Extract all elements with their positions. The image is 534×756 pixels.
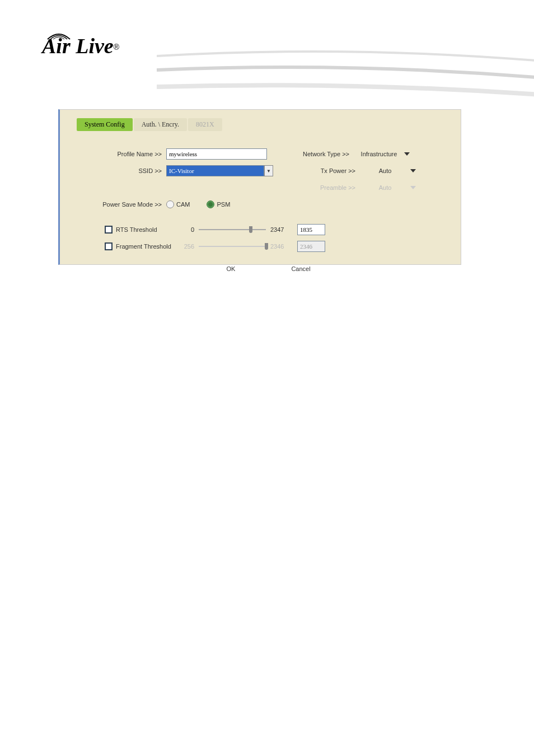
fragment-max: 2346 xyxy=(270,243,293,250)
cam-radio-label: CAM xyxy=(176,201,190,208)
network-type-label: Network Type >> xyxy=(295,151,354,157)
cam-radio[interactable] xyxy=(166,200,174,208)
ssid-input[interactable] xyxy=(166,165,264,176)
tab-8021x[interactable]: 8021X xyxy=(188,118,222,131)
chevron-down-icon[interactable] xyxy=(410,169,416,172)
wifi-arc-icon xyxy=(45,29,73,40)
ssid-dropdown-button[interactable]: ▼ xyxy=(264,165,273,176)
rts-checkbox[interactable] xyxy=(105,226,113,234)
profile-name-label: Profile Name >> xyxy=(93,151,166,157)
cancel-button[interactable]: Cancel xyxy=(280,264,322,274)
config-panel: System Config Auth. \ Encry. 8021X Profi… xyxy=(58,109,461,265)
psm-radio[interactable] xyxy=(207,200,214,208)
tx-power-label: Tx Power >> xyxy=(301,167,360,174)
tab-system-config[interactable]: System Config xyxy=(77,118,133,131)
fragment-slider xyxy=(199,246,266,247)
tab-auth-encry[interactable]: Auth. \ Encry. xyxy=(134,118,187,131)
tx-power-value: Auto xyxy=(360,167,410,174)
ok-button[interactable]: OK xyxy=(210,264,252,274)
preamble-label: Preamble >> xyxy=(301,184,360,191)
chevron-down-icon[interactable] xyxy=(404,152,410,156)
chevron-down-icon xyxy=(410,186,416,189)
profile-name-input[interactable] xyxy=(166,148,267,160)
preamble-value: Auto xyxy=(360,184,410,191)
tab-bar: System Config Auth. \ Encry. 8021X xyxy=(60,110,461,131)
psm-radio-label: PSM xyxy=(217,201,230,208)
rts-min: 0 xyxy=(177,226,194,233)
registered-mark: ® xyxy=(114,43,119,52)
rts-max: 2347 xyxy=(270,226,293,233)
fragment-checkbox[interactable] xyxy=(105,242,113,250)
header-decorative-swoosh xyxy=(157,39,534,106)
fragment-min: 256 xyxy=(177,243,194,250)
rts-label: RTS Threshold xyxy=(116,226,177,233)
fragment-value-input xyxy=(297,241,325,252)
ssid-label: SSID >> xyxy=(93,167,166,174)
fragment-label: Fragment Threshold xyxy=(116,243,177,250)
rts-slider[interactable] xyxy=(199,229,266,230)
power-save-label: Power Save Mode >> xyxy=(93,201,166,208)
brand-logo: Air Live® xyxy=(42,34,119,58)
rts-value-input[interactable] xyxy=(297,224,325,235)
form-body: Profile Name >> Network Type >> Infrastr… xyxy=(60,131,461,279)
network-type-value: Infrastructure xyxy=(354,151,404,157)
